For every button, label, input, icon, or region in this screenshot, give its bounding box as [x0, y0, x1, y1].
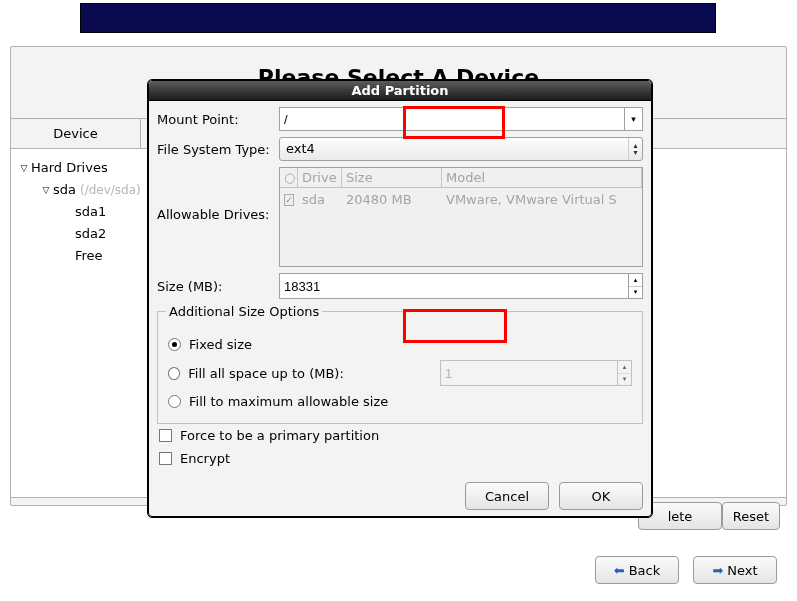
fill-upto-spinner: ▴▾ [440, 360, 632, 386]
dialog-title: Add Partition [149, 81, 651, 101]
size-spinner[interactable]: ▴▾ [279, 273, 643, 299]
radio-fill-max[interactable]: Fill to maximum allowable size [166, 390, 634, 413]
chevron-down-icon: ▾ [631, 114, 636, 124]
tree-label: Free [75, 245, 103, 267]
allowable-drives-list[interactable]: ○ Drive Size Model ✓ sda 20480 MB VMware… [279, 167, 643, 267]
expand-icon[interactable]: ▽ [17, 157, 31, 179]
add-partition-dialog: Add Partition Mount Point: ▾ File System… [148, 80, 652, 517]
fs-type-value: ext4 [280, 138, 628, 160]
dropdown-button[interactable]: ▾ [624, 108, 642, 130]
radio-icon[interactable] [168, 338, 181, 351]
check-label: Force to be a primary partition [180, 428, 379, 443]
mount-point-combo[interactable]: ▾ [279, 107, 643, 131]
size-input[interactable] [280, 274, 628, 298]
arrow-right-icon: ➡ [712, 563, 723, 578]
disk-path: (/dev/sda) [80, 179, 141, 201]
fill-upto-input [441, 361, 617, 385]
cancel-button[interactable]: Cancel [465, 482, 549, 510]
label-mount-point: Mount Point: [157, 112, 279, 127]
check-force-primary[interactable]: Force to be a primary partition [157, 424, 643, 447]
label-fs-type: File System Type: [157, 142, 279, 157]
fill-upto-spin-buttons: ▴▾ [617, 361, 631, 385]
drive-size: 20480 MB [342, 190, 442, 209]
radio-fixed-size[interactable]: Fixed size [166, 333, 634, 356]
check-encrypt[interactable]: Encrypt [157, 447, 643, 470]
select-stepper-icon[interactable]: ▴▾ [628, 138, 642, 160]
additional-size-options: Additional Size Options Fixed size Fill … [157, 311, 643, 424]
spin-up-icon[interactable]: ▴ [629, 274, 642, 287]
arrow-left-icon: ⬅ [614, 563, 625, 578]
ok-button[interactable]: OK [559, 482, 643, 510]
radio-label: Fill to maximum allowable size [189, 394, 388, 409]
drive-list-header: ○ Drive Size Model [280, 168, 642, 188]
label-size: Size (MB): [157, 279, 279, 294]
radio-fill-upto[interactable]: Fill all space up to (MB): ▴▾ [166, 356, 634, 390]
additional-size-legend: Additional Size Options [166, 304, 322, 319]
header-model: Model [442, 168, 642, 187]
top-banner [80, 3, 716, 33]
reset-button[interactable]: Reset [722, 502, 780, 530]
cancel-label: Cancel [485, 489, 529, 504]
ok-label: OK [592, 489, 611, 504]
header-size: Size [342, 168, 442, 187]
tree-label: Hard Drives [31, 157, 108, 179]
radio-label: Fixed size [189, 337, 252, 352]
next-button[interactable]: ➡ Next [693, 556, 777, 584]
tree-label: sda [53, 179, 76, 201]
radio-label: Fill all space up to (MB): [188, 366, 440, 381]
footer-nav: ⬅ Back ➡ Next [595, 556, 777, 584]
back-label: Back [629, 563, 661, 578]
drive-model: VMware, VMware Virtual S [442, 190, 642, 209]
size-spin-buttons[interactable]: ▴▾ [628, 274, 642, 298]
radio-icon[interactable] [168, 367, 180, 380]
back-button[interactable]: ⬅ Back [595, 556, 679, 584]
header-check-icon: ○ [280, 168, 298, 187]
spin-down-icon[interactable]: ▾ [629, 287, 642, 299]
header-drive: Drive [298, 168, 342, 187]
expand-icon[interactable]: ▽ [39, 179, 53, 201]
radio-icon[interactable] [168, 395, 181, 408]
column-device[interactable]: Device [11, 119, 141, 148]
fs-type-select[interactable]: ext4 ▴▾ [279, 137, 643, 161]
mount-point-input[interactable] [280, 108, 624, 130]
label-allowable-drives: Allowable Drives: [157, 167, 279, 222]
delete-button-label: lete [668, 509, 693, 524]
check-label: Encrypt [180, 451, 230, 466]
reset-button-label: Reset [733, 509, 769, 524]
tree-label: sda2 [75, 223, 106, 245]
next-label: Next [727, 563, 757, 578]
checkbox-icon[interactable] [159, 429, 172, 442]
drive-checkbox-icon[interactable]: ✓ [284, 194, 294, 206]
checkbox-icon[interactable] [159, 452, 172, 465]
drive-row[interactable]: ✓ sda 20480 MB VMware, VMware Virtual S [280, 188, 642, 211]
drive-name: sda [298, 190, 342, 209]
tree-label: sda1 [75, 201, 106, 223]
